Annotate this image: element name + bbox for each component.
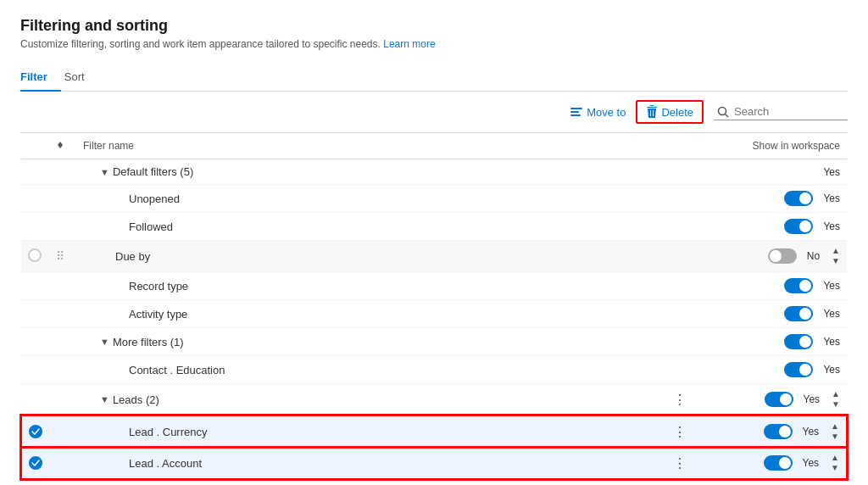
search-icon (717, 106, 729, 118)
toolbar: Move to Delete (20, 92, 848, 133)
toggle-switch[interactable] (768, 248, 797, 264)
toggle-switch[interactable] (784, 362, 813, 377)
move-to-button[interactable]: Move to (570, 105, 626, 119)
arrow-down[interactable]: ▼ (832, 257, 840, 265)
toggle-label: Yes (823, 192, 840, 204)
toggle-switch[interactable] (784, 191, 813, 206)
col-header-filtername: Filter name (76, 133, 666, 159)
context-menu-button[interactable]: ⋮ (673, 456, 687, 471)
table-row: Record typeYes (21, 272, 847, 300)
arrow-up[interactable]: ▲ (832, 247, 840, 255)
table-row: Contact . EducationYes (21, 356, 847, 384)
table-row: Activity typeYes (21, 300, 847, 328)
arrow-down[interactable]: ▼ (831, 432, 839, 441)
arrow-up[interactable]: ▲ (831, 454, 839, 462)
svg-line-4 (726, 114, 729, 117)
sort-arrows: ▲▼ (832, 247, 840, 265)
chevron-icon[interactable]: ▼ (100, 167, 109, 177)
filter-name-label: Lead . Currency (129, 426, 208, 438)
row-checkbox[interactable] (29, 456, 42, 470)
filter-name-label: Contact . Education (129, 364, 225, 376)
context-menu-button[interactable]: ⋮ (673, 393, 687, 407)
toggle-label: Yes (823, 308, 840, 320)
toggle-switch[interactable] (765, 392, 793, 407)
svg-rect-2 (570, 114, 581, 116)
search-input[interactable] (734, 105, 844, 118)
tab-filter[interactable]: Filter (20, 64, 61, 92)
delete-button[interactable]: Delete (636, 100, 704, 124)
page-title: Filtering and sorting (20, 17, 848, 35)
row-checkbox-empty[interactable] (28, 248, 42, 262)
toggle-label: Yes (823, 336, 840, 348)
page-description: Customize filtering, sorting and work it… (20, 38, 848, 50)
svg-point-3 (719, 107, 726, 114)
col-header-dots (666, 133, 694, 159)
col-header-drag (49, 133, 76, 159)
context-menu-button[interactable]: ⋮ (673, 425, 687, 439)
filter-name-label: Record type (129, 280, 188, 293)
tab-sort[interactable]: Sort (61, 64, 98, 92)
toggle-label: No (807, 250, 820, 262)
svg-rect-0 (570, 108, 582, 109)
table-row: Lead . Account⋮Yes▲▼ (21, 448, 847, 480)
toggle-label: Yes (823, 220, 840, 232)
chevron-icon[interactable]: ▼ (100, 394, 109, 404)
learn-more-link[interactable]: Learn more (383, 38, 435, 50)
table-row: ▼Default filters (5)Yes (21, 159, 847, 185)
toggle-label: Yes (823, 280, 840, 292)
filter-name-label: Due by (115, 250, 150, 263)
move-to-icon (570, 105, 583, 119)
toggle-label: Yes (804, 393, 821, 405)
table-row: ⠿Due byNo▲▼ (21, 241, 847, 272)
toggle-switch[interactable] (784, 219, 813, 234)
table-row: UnopenedYes (21, 185, 847, 213)
arrow-down[interactable]: ▼ (831, 464, 839, 472)
arrow-up[interactable]: ▲ (831, 422, 839, 431)
drag-handle[interactable]: ⠿ (56, 249, 64, 263)
sort-arrows: ▲▼ (831, 454, 839, 472)
table-row: ▼More filters (1)Yes (21, 328, 847, 356)
toggle-label: Yes (823, 166, 840, 178)
toggle-label: Yes (803, 426, 820, 438)
toggle-switch[interactable] (764, 424, 793, 439)
sort-arrows: ▲▼ (832, 390, 840, 409)
filter-name-label: Leads (2) (113, 393, 159, 406)
table-row: ▼Leads (2)⋮Yes▲▼ (21, 384, 847, 416)
search-box[interactable] (714, 103, 848, 120)
col-header-check (21, 133, 49, 159)
filter-name-label: Unopened (129, 192, 180, 205)
filter-name-label: Lead . Account (129, 457, 202, 470)
row-checkbox[interactable] (29, 425, 42, 438)
toggle-label: Yes (803, 457, 820, 469)
table-row: Lead . Currency⋮Yes▲▼ (21, 415, 847, 448)
arrow-up[interactable]: ▲ (832, 390, 840, 399)
col-header-show: Show in workspace (694, 133, 847, 159)
delete-icon (646, 105, 658, 119)
toggle-switch[interactable] (764, 455, 793, 471)
toggle-switch[interactable] (784, 334, 813, 349)
filter-name-label: More filters (1) (113, 336, 184, 348)
tabs-container: Filter Sort (20, 64, 848, 92)
filter-name-label: Activity type (129, 308, 187, 321)
table-row: FollowedYes (21, 213, 847, 241)
toggle-label: Yes (823, 364, 840, 376)
arrow-down[interactable]: ▼ (832, 400, 840, 409)
toggle-switch[interactable] (784, 306, 813, 321)
filter-name-label: Default filters (5) (113, 165, 193, 178)
sort-arrows: ▲▼ (831, 422, 839, 441)
sort-icon (56, 141, 64, 149)
svg-rect-1 (570, 111, 579, 113)
chevron-icon[interactable]: ▼ (100, 337, 109, 347)
toggle-switch[interactable] (784, 278, 813, 293)
filter-table: Filter name Show in workspace ▼Default f… (20, 133, 848, 480)
filter-name-label: Followed (129, 220, 173, 233)
